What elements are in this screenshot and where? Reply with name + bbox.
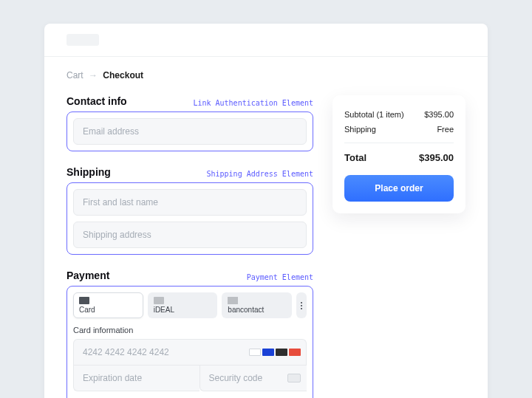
tab-bancontact-label: bancontact — [228, 306, 286, 314]
total-label: Total — [344, 152, 366, 163]
checkout-window: Cart → Checkout Contact info Link Authen… — [44, 24, 488, 398]
payment-element: Card iDEAL bancontact — [66, 286, 313, 398]
expiration-field[interactable] — [73, 365, 200, 391]
chevron-right-icon: → — [89, 70, 98, 80]
total-value: $395.00 — [419, 152, 454, 163]
tab-ideal-label: iDEAL — [154, 306, 212, 314]
discover-icon — [289, 349, 301, 356]
card-icon — [79, 297, 89, 304]
card-brands — [249, 349, 301, 356]
payment-section: Payment Payment Element Card iDEAL — [66, 270, 313, 398]
tab-more[interactable] — [296, 292, 307, 318]
breadcrumb-current: Checkout — [103, 70, 143, 80]
payment-title: Payment — [66, 270, 109, 281]
shipping-address-field[interactable] — [73, 222, 307, 248]
visa-icon — [249, 349, 261, 356]
tab-card[interactable]: Card — [73, 292, 143, 318]
shipping-cost-label: Shipping — [344, 125, 376, 134]
contact-section: Contact info Link Authentication Element — [66, 95, 313, 151]
place-order-button[interactable]: Place order — [344, 175, 454, 202]
content: Cart → Checkout Contact info Link Authen… — [44, 57, 488, 398]
header — [44, 24, 488, 57]
name-field[interactable] — [73, 189, 307, 216]
breadcrumb-cart[interactable]: Cart — [66, 70, 83, 80]
breadcrumb: Cart → Checkout — [66, 70, 466, 80]
card-info-label: Card information — [73, 326, 307, 334]
subtotal-label: Subtotal (1 item) — [344, 110, 404, 119]
shipping-section: Shipping Shipping Address Element — [66, 166, 313, 255]
tab-ideal[interactable]: iDEAL — [148, 292, 218, 318]
contact-title: Contact info — [66, 95, 127, 107]
amex-icon — [262, 349, 274, 356]
shipping-element-label: Shipping Address Element — [207, 170, 314, 178]
payment-element-label: Payment Element — [247, 273, 313, 281]
summary-divider — [344, 143, 454, 143]
payment-method-tabs: Card iDEAL bancontact — [73, 292, 307, 318]
cvc-icon — [287, 374, 301, 382]
order-summary: Subtotal (1 item) $395.00 Shipping Free … — [332, 95, 466, 213]
shipping-address-element — [66, 182, 313, 255]
subtotal-value: $395.00 — [424, 110, 454, 119]
mastercard-icon — [276, 349, 287, 356]
card-number-wrap — [73, 339, 307, 365]
bancontact-icon — [228, 297, 238, 304]
email-field[interactable] — [73, 118, 307, 145]
shipping-cost-value: Free — [437, 125, 454, 134]
link-authentication-element — [66, 111, 313, 151]
contact-element-label: Link Authentication Element — [193, 99, 313, 107]
tab-card-label: Card — [79, 306, 137, 314]
logo — [66, 34, 99, 46]
ideal-icon — [154, 297, 164, 304]
tab-bancontact[interactable]: bancontact — [222, 292, 292, 318]
shipping-title: Shipping — [66, 166, 111, 178]
